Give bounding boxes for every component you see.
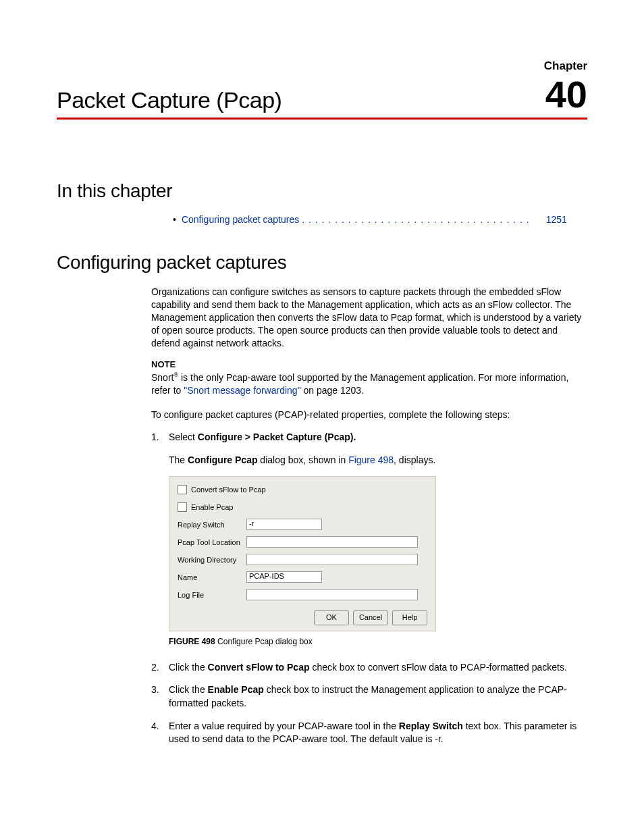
step-3-a: Click the [169,684,208,695]
step-2: 2. Click the Convert sFlow to Pcap check… [151,661,587,675]
figure-caption: FIGURE 498 Configure Pcap dialog box [169,637,587,646]
convert-row: Convert sFlow to Pcap [178,484,427,496]
chapter-number: 40 [545,76,587,113]
enable-row: Enable Pcap [178,501,427,513]
step-1-text-a: Select [169,432,198,442]
step-1-sub-a: The [169,454,188,465]
toc-bullet: • [173,214,176,225]
toc-dots: . . . . . . . . . . . . . . . . . . . . … [302,214,529,225]
step-1-sub-bold: Configure Pcap [188,454,257,465]
figure-label: FIGURE 498 [169,637,215,646]
note-text-post: on page 1203. [301,385,364,396]
figure-caption-text: Configure Pcap dialog box [215,637,313,646]
name-row: Name PCAP-IDS [178,571,427,583]
help-button[interactable]: Help [392,610,427,625]
lead-paragraph: To configure packet captures (PCAP)-rela… [151,409,587,421]
header-rule [57,118,587,120]
step-4-a: Enter a value required by your PCAP-awar… [169,721,399,731]
toc-page[interactable]: 1251 [546,214,567,225]
chapter-title: Packet Capture (Pcap) [57,87,281,113]
configure-pcap-dialog: Convert sFlow to Pcap Enable Pcap Replay… [169,476,436,631]
replay-input[interactable]: -r [246,519,322,530]
replay-label: Replay Switch [178,521,246,529]
toc-entry: • Configuring packet captures . . . . . … [173,214,587,225]
enable-checkbox[interactable] [178,502,187,512]
workdir-row: Working Directory [178,554,427,566]
step-1-sub-c: dialog box, shown in [257,454,348,465]
step-4-bold: Replay Switch [399,721,463,731]
step-2-a: Click the [169,662,208,673]
dialog-buttons: OK Cancel Help [178,610,427,625]
page: Chapter Packet Capture (Pcap) 40 In this… [0,0,644,834]
tool-label: Pcap Tool Location [178,538,246,546]
workdir-input[interactable] [246,554,418,565]
header-row: Packet Capture (Pcap) 40 [57,76,587,113]
figure-link[interactable]: Figure 498 [348,454,394,465]
step-number: 2. [151,661,169,675]
cancel-button[interactable]: Cancel [353,610,388,625]
chapter-label: Chapter [57,59,587,73]
convert-checkbox[interactable] [178,485,187,494]
snort-link[interactable]: "Snort message forwarding" [184,385,300,396]
note-label: NOTE [151,359,587,371]
name-label: Name [178,573,246,581]
step-3: 3. Click the Enable Pcap check box to in… [151,683,587,710]
ok-button[interactable]: OK [314,610,349,625]
toc-link[interactable]: Configuring packet captures [182,214,299,225]
step-2-c: check box to convert sFlow data to PCAP-… [310,662,567,673]
steps-list: 1. Select Configure > Packet Capture (Pc… [151,431,587,466]
step-1: 1. Select Configure > Packet Capture (Pc… [151,431,587,444]
tool-input[interactable] [246,536,418,548]
step-1-sub: The Configure Pcap dialog box, shown in … [169,454,587,467]
step-number: 1. [151,431,169,444]
note-body: Snort® is the only Pcap-aware tool suppo… [151,371,587,396]
body-block: Organizations can configure switches as … [151,286,587,467]
step-4: 4. Enter a value required by your PCAP-a… [151,720,587,746]
logfile-label: Log File [178,591,246,599]
intro-paragraph: Organizations can configure switches as … [151,286,587,349]
replay-row: Replay Switch -r [178,519,427,531]
convert-label: Convert sFlow to Pcap [191,486,266,494]
section-configuring: Configuring packet captures [57,252,587,273]
section-in-this-chapter: In this chapter [57,180,587,202]
name-input[interactable]: PCAP-IDS [246,571,322,583]
workdir-label: Working Directory [178,556,246,564]
step-3-bold: Enable Pcap [208,684,264,695]
logfile-input[interactable] [246,589,418,600]
step-number: 4. [151,720,169,733]
enable-label: Enable Pcap [191,503,233,511]
logfile-row: Log File [178,589,427,601]
step-number: 3. [151,683,169,697]
tool-row: Pcap Tool Location [178,536,427,548]
note-text-pre: Snort [151,372,173,383]
step-2-bold: Convert sFlow to Pcap [208,662,310,673]
step-1-bold: Configure > Packet Capture (Pcap). [198,432,356,442]
steps-continued: 2. Click the Convert sFlow to Pcap check… [151,661,587,746]
step-1-sub-d: , displays. [394,454,435,465]
